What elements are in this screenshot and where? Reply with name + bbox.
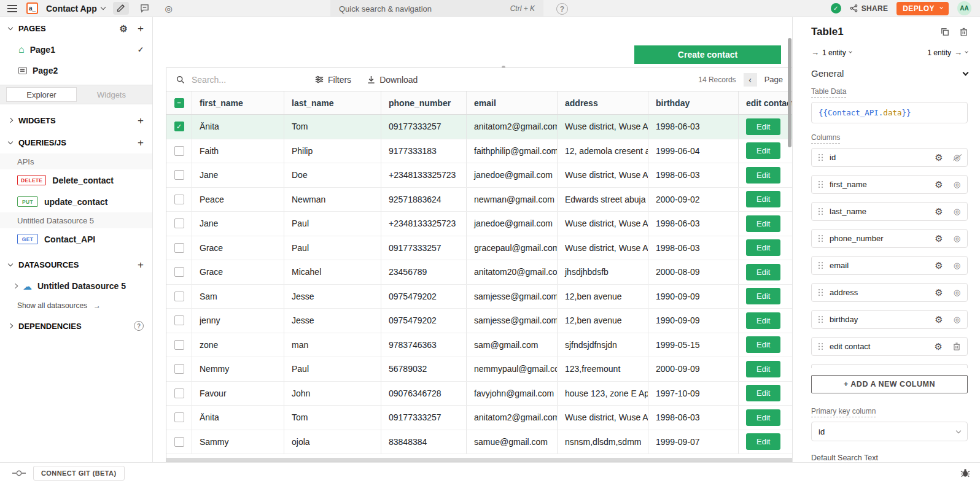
sidebar-item-page1[interactable]: ⌂ Page1 ✓	[0, 39, 152, 60]
column-settings-icon[interactable]: ⚙	[935, 342, 943, 351]
delete-widget-icon[interactable]	[960, 28, 968, 36]
preview-mode-button[interactable]: ◎	[161, 2, 177, 15]
column-settings-icon[interactable]: ⚙	[935, 207, 943, 216]
column-header-email[interactable]: email	[467, 91, 558, 114]
edit-contact-button[interactable]: Edit	[746, 288, 780, 304]
pages-section-header[interactable]: PAGES ⚙ +	[0, 17, 152, 39]
user-avatar[interactable]: AA	[957, 1, 971, 15]
sidebar-item-contact_api[interactable]: GETContact_API	[0, 228, 152, 250]
drag-handle-icon[interactable]	[819, 343, 823, 350]
edit-contact-button[interactable]: Edit	[746, 385, 780, 401]
table-row[interactable]: NemmyPaul56789032nemmypaul@gmail.com123,…	[166, 357, 792, 382]
drag-handle-icon[interactable]	[819, 208, 823, 215]
row-checkbox[interactable]	[174, 267, 184, 277]
table-data-input[interactable]: {{Contact_API.data}}	[811, 102, 968, 123]
edit-contact-button[interactable]: Edit	[746, 239, 780, 256]
row-checkbox[interactable]	[174, 388, 184, 398]
row-checkbox[interactable]	[174, 218, 184, 228]
help-icon[interactable]: ?	[134, 321, 144, 331]
table-row[interactable]: JanePaul+2348133325723janedoe@gmail.comW…	[166, 212, 792, 236]
column-item-last_name[interactable]: last_name⚙◎	[811, 202, 968, 221]
column-settings-icon[interactable]: ⚙	[935, 234, 943, 243]
primary-key-select[interactable]: id	[811, 422, 968, 441]
hamburger-menu-icon[interactable]	[7, 8, 17, 9]
edit-contact-button[interactable]: Edit	[746, 409, 780, 426]
column-header-birthday[interactable]: birthday	[648, 91, 739, 114]
drag-handle-icon[interactable]	[819, 316, 823, 323]
queries-section-header[interactable]: QUERIES/JS +	[0, 131, 152, 153]
table-row[interactable]: SamJesse0975479202samjesse@gmail.com12,b…	[166, 285, 792, 309]
table-row[interactable]: PeaceNewman92571883624newman@gmail.comEd…	[166, 188, 792, 212]
datasources-section-header[interactable]: DATASOURCES +	[0, 253, 152, 276]
drag-handle-icon[interactable]	[819, 289, 823, 296]
table-row[interactable]: zoneman9783746363sam@gmail.comsjfndsjdfn…	[166, 333, 792, 358]
filters-button[interactable]: Filters	[315, 75, 351, 85]
column-header-address[interactable]: address	[558, 91, 648, 114]
dependencies-section-header[interactable]: DEPENDENCIES ?	[0, 315, 152, 337]
column-item-email[interactable]: email⚙◎	[811, 256, 968, 275]
comment-mode-button[interactable]	[137, 2, 153, 15]
add-datasource-icon[interactable]: +	[138, 260, 144, 270]
visibility-icon[interactable]: ◎	[954, 207, 960, 215]
show-all-datasources-link[interactable]: Show all datasources →	[0, 296, 152, 315]
help-button[interactable]: ?	[556, 3, 568, 15]
table-search-input[interactable]	[190, 74, 289, 85]
visibility-icon[interactable]: ◎	[954, 315, 960, 323]
edit-contact-button[interactable]: Edit	[746, 142, 780, 159]
visibility-icon[interactable]: ◎	[954, 234, 960, 242]
sidebar-item-page2[interactable]: Page2	[0, 60, 152, 81]
row-checkbox[interactable]	[174, 315, 184, 325]
table-row[interactable]: FavourJohn09076346728favyjohn@gmail.comh…	[166, 382, 792, 406]
row-checkbox[interactable]	[174, 195, 184, 204]
visibility-icon[interactable]: ◎	[954, 261, 960, 269]
sidebar-item-delete_contact[interactable]: DELETEDelete_contact	[0, 169, 152, 191]
page-settings-icon[interactable]: ⚙	[120, 24, 128, 33]
row-checkbox[interactable]	[174, 340, 184, 350]
column-header-first_name[interactable]: first_name	[192, 91, 284, 114]
canvas-scrollbar[interactable]	[788, 38, 791, 147]
visibility-icon[interactable]: ◎	[954, 180, 960, 188]
column-settings-icon[interactable]: ⚙	[935, 153, 943, 162]
table-row[interactable]: FaithPhilip9177333183faithphilip@gmail.c…	[166, 139, 792, 164]
add-query-icon[interactable]: +	[138, 137, 144, 148]
table-widget[interactable]: Filters Download 14 Records ‹ Page –firs…	[166, 68, 792, 462]
drag-handle-icon[interactable]	[819, 154, 823, 161]
row-checkbox[interactable]	[174, 364, 184, 374]
connect-git-button[interactable]: CONNECT GIT (BETA)	[33, 466, 125, 481]
edit-contact-button[interactable]: Edit	[746, 264, 780, 280]
drag-handle-icon[interactable]	[819, 181, 823, 188]
table-row[interactable]: GraceMicahel23456789anitatom20@gmail.com…	[166, 260, 792, 285]
row-checkbox[interactable]	[174, 170, 184, 180]
copy-icon[interactable]	[941, 28, 949, 36]
row-checkbox[interactable]: ✓	[174, 122, 184, 131]
incoming-entities-dropdown[interactable]: → 1 entity	[811, 48, 852, 57]
table-row[interactable]: JaneDoe+2348133325723janedoe@gmail.comWu…	[166, 163, 792, 188]
row-checkbox[interactable]	[174, 292, 184, 301]
edit-contact-button[interactable]: Edit	[746, 215, 780, 232]
download-button[interactable]: Download	[367, 75, 418, 85]
column-item-phone_number[interactable]: phone_number⚙◎	[811, 229, 968, 248]
widgets-section-header[interactable]: WIDGETS +	[0, 109, 152, 131]
row-checkbox[interactable]	[174, 243, 184, 253]
edit-contact-button[interactable]: Edit	[746, 191, 780, 207]
delete-column-icon[interactable]	[953, 342, 960, 350]
table-row[interactable]: GracePaul09177333257gracepaul@gmail.comW…	[166, 236, 792, 261]
drag-handle-icon[interactable]	[819, 235, 823, 242]
column-item-birthday[interactable]: birthday⚙◎	[811, 310, 968, 329]
column-item-edit-contact[interactable]: edit contact⚙	[811, 337, 968, 356]
deploy-button[interactable]: DEPLOY	[896, 2, 949, 15]
edit-contact-button[interactable]: Edit	[746, 167, 780, 184]
edit-contact-button[interactable]: Edit	[746, 433, 780, 450]
visibility-off-icon[interactable]: ◎	[954, 153, 960, 161]
general-section-header[interactable]: General	[811, 68, 968, 79]
share-button[interactable]: SHARE	[850, 4, 889, 13]
tab-widgets[interactable]: Widgets	[77, 87, 146, 102]
add-page-icon[interactable]: +	[138, 23, 144, 34]
app-name-menu[interactable]: Contact App	[46, 4, 105, 14]
widget-name-label[interactable]: Table1	[811, 26, 844, 38]
sidebar-item-datasource[interactable]: ☁ Untitled Datasource 5	[0, 276, 152, 296]
edit-mode-button[interactable]	[113, 2, 129, 15]
canvas[interactable]: Create contact Filters Download	[153, 17, 792, 462]
table-row[interactable]: Sammyojola83848384samue@gmail.comnsnsm,d…	[166, 430, 792, 455]
drag-handle-icon[interactable]	[819, 262, 823, 269]
